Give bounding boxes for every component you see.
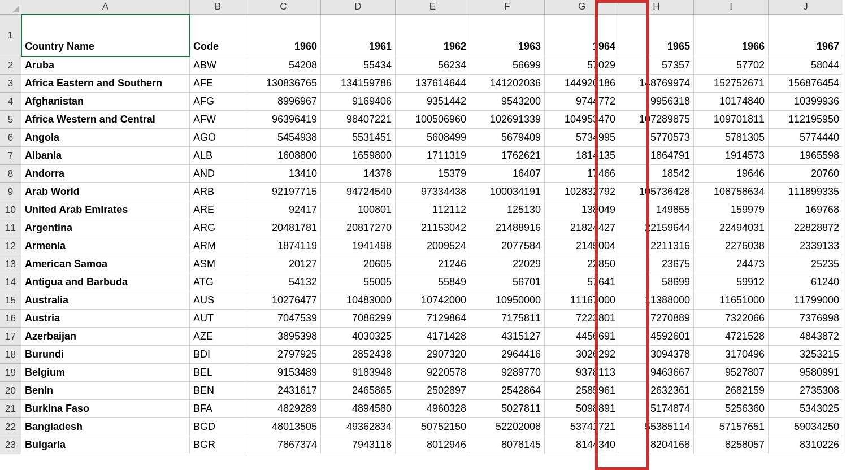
cell-B12[interactable]: ARM (190, 237, 246, 255)
cell-D18[interactable]: 2852438 (321, 346, 396, 364)
cell-A20[interactable]: Benin (21, 382, 190, 400)
cell-D19[interactable]: 9183948 (321, 364, 396, 382)
cell-A16[interactable]: Austria (21, 310, 190, 328)
column-header-F[interactable]: F (470, 0, 545, 15)
cell-G11[interactable]: 21824427 (545, 219, 619, 237)
cell-C21[interactable]: 4829289 (246, 400, 321, 418)
cell-C16[interactable]: 7047539 (246, 310, 321, 328)
cell-I13[interactable]: 24473 (694, 255, 769, 273)
cell-A2[interactable]: Aruba (21, 56, 190, 75)
cell-B21[interactable]: BFA (190, 400, 246, 418)
row-header-8[interactable]: 8 (0, 165, 21, 183)
cell-F12[interactable]: 2077584 (470, 237, 545, 255)
cell-A6[interactable]: Angola (21, 129, 190, 147)
cell-D1[interactable]: 1961 (321, 15, 396, 56)
cell-F16[interactable]: 7175811 (470, 310, 545, 328)
cell-C19[interactable]: 9153489 (246, 364, 321, 382)
cell-D2[interactable]: 55434 (321, 56, 396, 75)
cell-F15[interactable]: 10950000 (470, 291, 545, 310)
cell-A15[interactable]: Australia (21, 291, 190, 310)
cell-C7[interactable]: 1608800 (246, 147, 321, 165)
cell-G14[interactable]: 57641 (545, 273, 619, 291)
row-header-5[interactable]: 5 (0, 111, 21, 129)
cell-C17[interactable]: 3895398 (246, 328, 321, 346)
row-header-12[interactable]: 12 (0, 237, 21, 255)
cell-I18[interactable]: 3170496 (694, 346, 769, 364)
column-header-E[interactable]: E (396, 0, 470, 15)
cell-E23[interactable]: 8012946 (396, 436, 470, 454)
cell-G15[interactable]: 11167000 (545, 291, 619, 310)
cell-H11[interactable]: 22159644 (619, 219, 694, 237)
cell-I5[interactable]: 109701811 (694, 111, 769, 129)
cell-A23[interactable]: Bulgaria (21, 436, 190, 454)
cell-H22[interactable]: 55385114 (619, 418, 694, 436)
cell-I7[interactable]: 1914573 (694, 147, 769, 165)
cell-B13[interactable]: ASM (190, 255, 246, 273)
cell-B10[interactable]: ARE (190, 201, 246, 219)
cell-I11[interactable]: 22494031 (694, 219, 769, 237)
cell-H20[interactable]: 2632361 (619, 382, 694, 400)
cell-G4[interactable]: 9744772 (545, 93, 619, 111)
cell-E7[interactable]: 1711319 (396, 147, 470, 165)
row-header-17[interactable]: 17 (0, 328, 21, 346)
cell-D5[interactable]: 98407221 (321, 111, 396, 129)
cell-I12[interactable]: 2276038 (694, 237, 769, 255)
cell-E19[interactable]: 9220578 (396, 364, 470, 382)
cell-I10[interactable]: 159979 (694, 201, 769, 219)
cell-C18[interactable]: 2797925 (246, 346, 321, 364)
cell-H10[interactable]: 149855 (619, 201, 694, 219)
cell-G19[interactable]: 9378113 (545, 364, 619, 382)
cell-C15[interactable]: 10276477 (246, 291, 321, 310)
cell-D9[interactable]: 94724540 (321, 183, 396, 201)
cell-F3[interactable]: 141202036 (470, 75, 545, 93)
cell-J22[interactable]: 59034250 (769, 418, 843, 436)
cell-C6[interactable]: 5454938 (246, 129, 321, 147)
cell-I22[interactable]: 57157651 (694, 418, 769, 436)
cell-H15[interactable]: 11388000 (619, 291, 694, 310)
cell-F14[interactable]: 56701 (470, 273, 545, 291)
cell-I1[interactable]: 1966 (694, 15, 769, 56)
cell-G3[interactable]: 144920186 (545, 75, 619, 93)
cell-I23[interactable]: 8258057 (694, 436, 769, 454)
cell-G16[interactable]: 7223801 (545, 310, 619, 328)
cell-A3[interactable]: Africa Eastern and Southern (21, 75, 190, 93)
row-header-6[interactable]: 6 (0, 129, 21, 147)
cell-I17[interactable]: 4721528 (694, 328, 769, 346)
row-header-10[interactable]: 10 (0, 201, 21, 219)
cell-F9[interactable]: 100034191 (470, 183, 545, 201)
cell-B18[interactable]: BDI (190, 346, 246, 364)
cell-E8[interactable]: 15379 (396, 165, 470, 183)
row-header-7[interactable]: 7 (0, 147, 21, 165)
cell-G1[interactable]: 1964 (545, 15, 619, 56)
cell-D4[interactable]: 9169406 (321, 93, 396, 111)
cell-A12[interactable]: Armenia (21, 237, 190, 255)
cell-F11[interactable]: 21488916 (470, 219, 545, 237)
cell-F1[interactable]: 1963 (470, 15, 545, 56)
cell-C4[interactable]: 8996967 (246, 93, 321, 111)
cell-C20[interactable]: 2431617 (246, 382, 321, 400)
cell-H5[interactable]: 107289875 (619, 111, 694, 129)
cell-A4[interactable]: Afghanistan (21, 93, 190, 111)
cell-J21[interactable]: 5343025 (769, 400, 843, 418)
cell-E1[interactable]: 1962 (396, 15, 470, 56)
cell-B23[interactable]: BGR (190, 436, 246, 454)
cell-J3[interactable]: 156876454 (769, 75, 843, 93)
column-header-J[interactable]: J (769, 0, 843, 15)
cell-C13[interactable]: 20127 (246, 255, 321, 273)
column-header-I[interactable]: I (694, 0, 769, 15)
cell-E9[interactable]: 97334438 (396, 183, 470, 201)
cell-J17[interactable]: 4843872 (769, 328, 843, 346)
cell-B16[interactable]: AUT (190, 310, 246, 328)
cell-D17[interactable]: 4030325 (321, 328, 396, 346)
cell-D6[interactable]: 5531451 (321, 129, 396, 147)
cell-H9[interactable]: 105736428 (619, 183, 694, 201)
cell-J14[interactable]: 61240 (769, 273, 843, 291)
cell-E18[interactable]: 2907320 (396, 346, 470, 364)
cell-I9[interactable]: 108758634 (694, 183, 769, 201)
cell-J19[interactable]: 9580991 (769, 364, 843, 382)
column-header-B[interactable]: B (190, 0, 246, 15)
cell-G9[interactable]: 102832792 (545, 183, 619, 201)
cell-C22[interactable]: 48013505 (246, 418, 321, 436)
cell-J20[interactable]: 2735308 (769, 382, 843, 400)
cell-H21[interactable]: 5174874 (619, 400, 694, 418)
